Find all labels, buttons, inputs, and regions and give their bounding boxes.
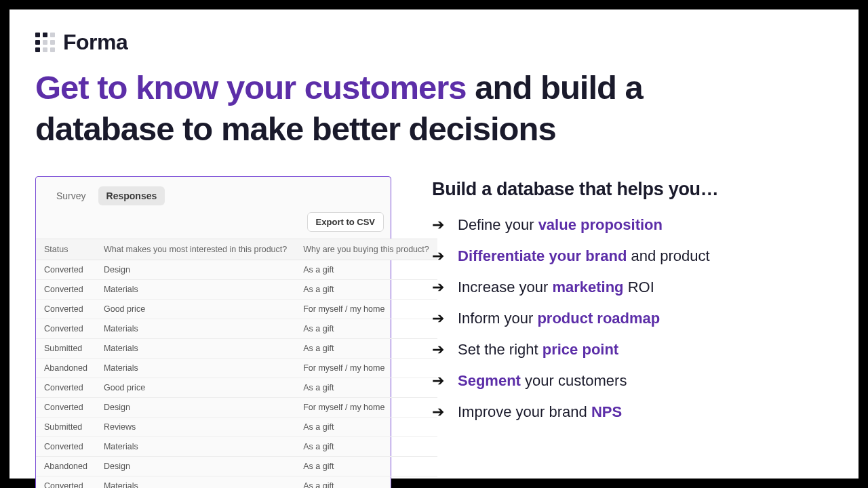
cell-q1: Good price [96, 299, 295, 319]
cell-q1: Materials [96, 338, 295, 358]
cell-q1: Materials [96, 436, 295, 456]
table-row: ConvertedMaterialsAs a gift [36, 476, 437, 488]
table-row: AbandonedDesignAs a gift [36, 456, 437, 476]
cell-status: Submitted [36, 417, 96, 436]
tab-responses[interactable]: Responses [98, 186, 165, 205]
bullet-text: Improve your brand NPS [458, 403, 622, 421]
cell-q2: As a gift [295, 417, 437, 436]
arrow-icon: ➔ [432, 218, 446, 232]
cell-q1: Materials [96, 476, 295, 488]
panel-tabs: Survey Responses [36, 177, 391, 208]
list-item: ➔Segment your customers [432, 372, 833, 390]
table-row: ConvertedMaterialsAs a gift [36, 279, 437, 299]
responses-table: Status What makes you most interested in… [36, 239, 437, 489]
highlight: price point [542, 341, 618, 358]
arrow-icon: ➔ [432, 405, 446, 420]
table-row: ConvertedGood priceAs a gift [36, 378, 437, 397]
brand-logo: Forma [35, 30, 833, 55]
cell-q2: As a gift [295, 338, 437, 358]
logo-icon [35, 33, 55, 52]
list-item: ➔Define your value proposition [432, 216, 833, 234]
cell-q2: As a gift [295, 279, 437, 299]
cell-status: Converted [36, 397, 96, 417]
benefits-title: Build a database that helps you… [432, 179, 833, 200]
list-item: ➔Differentiate your brand and product [432, 247, 833, 265]
cell-q1: Materials [96, 279, 295, 299]
slide: Forma Get to know your customers and bui… [9, 9, 859, 479]
bullet-text: Increase your marketing ROI [458, 279, 654, 296]
bullet-text: Set the right price point [458, 341, 618, 359]
hero-lead: Get to know your customers [35, 69, 467, 106]
cell-q1: Materials [96, 358, 295, 378]
arrow-icon: ➔ [432, 373, 446, 388]
cell-q2: As a gift [295, 260, 437, 279]
cell-status: Converted [36, 319, 96, 338]
cell-status: Abandoned [36, 358, 96, 378]
table-row: SubmittedMaterialsAs a gift [36, 338, 437, 358]
cell-status: Converted [36, 299, 96, 319]
table-row: ConvertedMaterialsAs a gift [36, 436, 437, 456]
table-row: ConvertedDesignFor myself / my home [36, 397, 437, 417]
responses-panel: Survey Responses Export to CSV Status Wh… [35, 176, 391, 489]
benefits-list: ➔Define your value proposition➔Different… [432, 216, 833, 421]
cell-q1: Materials [96, 319, 295, 338]
cell-status: Submitted [36, 338, 96, 358]
highlight: product roadmap [537, 310, 660, 327]
cell-status: Converted [36, 476, 96, 488]
benefits-column: Build a database that helps you… ➔Define… [432, 176, 833, 489]
table-row: ConvertedMaterialsAs a gift [36, 319, 437, 338]
highlight: NPS [591, 403, 622, 420]
cell-q2: For myself / my home [295, 299, 437, 319]
cell-q1: Reviews [96, 417, 295, 436]
arrow-icon: ➔ [432, 311, 446, 326]
tab-survey[interactable]: Survey [48, 186, 94, 205]
arrow-icon: ➔ [432, 249, 446, 264]
cell-q2: As a gift [295, 476, 437, 488]
cell-status: Converted [36, 279, 96, 299]
cell-q2: For myself / my home [295, 358, 437, 378]
bullet-text: Segment your customers [458, 372, 627, 390]
col-q1: What makes you most interested in this p… [96, 239, 295, 260]
export-row: Export to CSV [36, 208, 391, 239]
cell-status: Converted [36, 436, 96, 456]
cell-q1: Design [96, 456, 295, 476]
bullet-text: Define your value proposition [458, 216, 663, 234]
highlight: Segment [458, 372, 521, 389]
list-item: ➔Inform your product roadmap [432, 310, 833, 327]
cell-q1: Design [96, 397, 295, 417]
page-title: Get to know your customers and build a d… [35, 67, 781, 150]
cell-q2: For myself / my home [295, 397, 437, 417]
cell-q2: As a gift [295, 456, 437, 476]
list-item: ➔Increase your marketing ROI [432, 279, 833, 296]
bullet-text: Inform your product roadmap [458, 310, 660, 327]
list-item: ➔Improve your brand NPS [432, 403, 833, 421]
cell-q2: As a gift [295, 378, 437, 397]
arrow-icon: ➔ [432, 280, 446, 295]
cell-q1: Design [96, 260, 295, 279]
cell-status: Abandoned [36, 456, 96, 476]
cell-q2: As a gift [295, 319, 437, 338]
cell-q2: As a gift [295, 436, 437, 456]
table-row: ConvertedGood priceFor myself / my home [36, 299, 437, 319]
cell-status: Converted [36, 260, 96, 279]
table-row: ConvertedDesignAs a gift [36, 260, 437, 279]
col-status: Status [36, 239, 96, 260]
table-row: SubmittedReviewsAs a gift [36, 417, 437, 436]
highlight: Differentiate your brand [458, 247, 627, 264]
export-csv-button[interactable]: Export to CSV [307, 212, 384, 232]
col-q2: Why are you buying this product? [295, 239, 437, 260]
highlight: value proposition [538, 216, 663, 233]
content-columns: Survey Responses Export to CSV Status Wh… [35, 176, 833, 489]
cell-status: Converted [36, 378, 96, 397]
brand-name: Forma [63, 30, 127, 55]
table-row: AbandonedMaterialsFor myself / my home [36, 358, 437, 378]
cell-q1: Good price [96, 378, 295, 397]
highlight: marketing [552, 279, 623, 296]
list-item: ➔Set the right price point [432, 341, 833, 359]
arrow-icon: ➔ [432, 342, 446, 357]
bullet-text: Differentiate your brand and product [458, 247, 710, 265]
